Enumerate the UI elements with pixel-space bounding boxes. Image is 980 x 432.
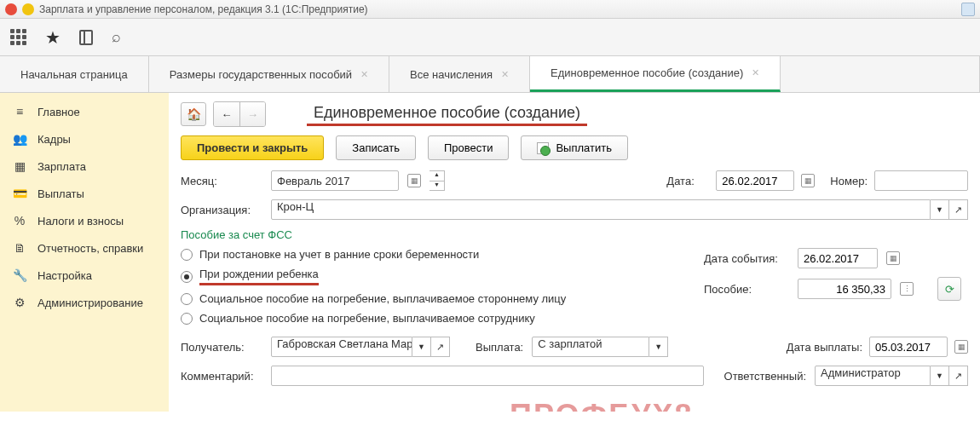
back-button[interactable]: ← — [214, 102, 239, 126]
sidebar-item-nastroyka[interactable]: 🔧Настройка — [0, 262, 169, 289]
gear-icon: ⚙ — [12, 296, 27, 309]
org-label: Организация: — [181, 204, 262, 216]
tab-all-accruals[interactable]: Все начисления✕ — [389, 56, 530, 92]
sidebar-item-nalogi[interactable]: %Налоги и взносы — [0, 207, 169, 234]
payout-date-label: Дата выплаты: — [787, 341, 862, 354]
calendar-icon[interactable]: ▦ — [886, 251, 900, 265]
post-and-close-button[interactable]: Провести и закрыть — [181, 135, 324, 160]
menu-icon: ≡ — [12, 105, 27, 118]
people-icon: 👥 — [12, 132, 27, 146]
sidebar-item-kadry[interactable]: 👥Кадры — [0, 125, 169, 153]
sidebar-item-admin[interactable]: ⚙Администрирование — [0, 289, 169, 316]
nav-history: ← → — [213, 101, 266, 127]
wrench-icon: 🔧 — [12, 268, 27, 282]
payout-date-input[interactable] — [869, 337, 948, 357]
comment-label: Комментарий: — [181, 370, 262, 383]
org-input[interactable]: Крон-Ц — [271, 199, 931, 220]
panel-toggle-icon[interactable] — [79, 30, 93, 45]
save-icon[interactable] — [961, 3, 975, 16]
radio-funeral-external[interactable]: Социальное пособие на погребение, выплач… — [181, 292, 704, 305]
amount-input[interactable] — [798, 279, 891, 299]
open-icon[interactable]: ↗ — [949, 366, 968, 386]
date-input[interactable] — [716, 170, 794, 191]
refresh-button[interactable]: ⟳ — [937, 277, 961, 301]
sidebar-item-main[interactable]: ≡Главное — [0, 98, 169, 125]
tab-spacer — [781, 56, 980, 92]
number-input[interactable] — [874, 170, 968, 191]
close-icon[interactable]: ✕ — [752, 67, 759, 78]
responsible-label: Ответственный: — [724, 370, 806, 383]
payout-input[interactable]: С зарплатой — [532, 337, 649, 357]
table-icon: ▦ — [12, 159, 27, 173]
watermark-text: ПРОФБУХ8 — [510, 398, 694, 412]
radio-early-pregnancy[interactable]: При постановке на учет в ранние сроки бе… — [181, 248, 704, 261]
fss-section-title: Пособие за счет ФСС — [181, 228, 968, 241]
month-input[interactable]: Февраль 2017 — [271, 170, 399, 191]
close-icon[interactable]: ✕ — [360, 69, 368, 80]
event-date-input[interactable] — [798, 248, 878, 268]
document-tabs: Начальная страница Размеры государственн… — [0, 56, 980, 93]
search-icon[interactable]: ⌕ — [112, 28, 121, 46]
recipient-label: Получатель: — [181, 341, 262, 354]
payout-label: Выплата: — [476, 341, 523, 354]
radio-childbirth[interactable]: При рождении ребенка — [181, 268, 704, 285]
event-date-label: Дата события: — [704, 252, 789, 265]
radio-icon[interactable] — [181, 249, 193, 261]
tab-onetime-allowance[interactable]: Единовременное пособие (создание)✕ — [530, 56, 781, 92]
calculator-icon[interactable]: ⋮ — [900, 282, 914, 296]
open-icon[interactable]: ↗ — [949, 199, 968, 220]
main-toolbar: ★ ⌕ — [0, 19, 980, 56]
save-button[interactable]: Записать — [336, 135, 416, 160]
calendar-icon[interactable]: ▦ — [801, 174, 815, 187]
wallet-icon: 💳 — [12, 187, 27, 200]
dropdown-icon[interactable]: ▼ — [931, 199, 949, 220]
radio-icon[interactable] — [181, 313, 193, 325]
percent-icon: % — [12, 214, 27, 228]
date-label: Дата: — [666, 175, 709, 187]
month-stepper[interactable]: ▲▼ — [429, 170, 445, 191]
pay-icon — [537, 142, 549, 154]
section-sidebar: ≡Главное 👥Кадры ▦Зарплата 💳Выплаты %Нало… — [0, 93, 169, 412]
window-titlebar: Зарплата и управление персоналом, редакц… — [0, 0, 980, 19]
number-label: Номер: — [830, 175, 868, 187]
amount-label: Пособие: — [704, 283, 789, 296]
month-label: Месяц: — [181, 175, 262, 187]
calendar-icon[interactable]: ▦ — [954, 340, 968, 354]
post-button[interactable]: Провести — [428, 135, 510, 160]
responsible-input[interactable]: Администратор — [815, 366, 931, 386]
comment-input[interactable] — [271, 366, 704, 386]
pay-button[interactable]: Выплатить — [521, 135, 628, 160]
forward-button[interactable]: → — [239, 102, 265, 126]
radio-icon[interactable] — [181, 293, 193, 305]
app-icon — [5, 3, 17, 15]
sidebar-item-zarplata[interactable]: ▦Зарплата — [0, 153, 169, 180]
sidebar-item-otchetnost[interactable]: 🗎Отчетность, справки — [0, 234, 169, 262]
radio-icon[interactable] — [181, 271, 193, 283]
dropdown-icon[interactable]: ▼ — [412, 337, 431, 357]
home-button[interactable]: 🏠 — [181, 102, 206, 126]
sidebar-item-vyplaty[interactable]: 💳Выплаты — [0, 180, 169, 207]
open-icon[interactable]: ↗ — [431, 337, 450, 357]
tab-allowance-sizes[interactable]: Размеры государственных пособий✕ — [149, 56, 389, 92]
tab-home[interactable]: Начальная страница — [0, 56, 149, 92]
dropdown-icon[interactable] — [22, 3, 34, 15]
page-title: Единовременное пособие (создание) — [307, 102, 587, 126]
dropdown-icon[interactable]: ▼ — [931, 366, 949, 386]
close-icon[interactable]: ✕ — [501, 69, 509, 80]
recipient-input[interactable]: Габровская Светлана Марк — [271, 337, 412, 357]
apps-grid-icon[interactable] — [10, 29, 26, 45]
main-panel: 🏠 ← → Единовременное пособие (создание) … — [169, 93, 980, 412]
month-picker-icon[interactable]: ▦ — [407, 174, 421, 187]
watermark-text: .ру — [825, 398, 865, 412]
favorites-icon[interactable]: ★ — [45, 27, 61, 48]
window-title: Зарплата и управление персоналом, редакц… — [39, 3, 368, 15]
dropdown-icon[interactable]: ▼ — [649, 337, 668, 357]
radio-funeral-employee[interactable]: Социальное пособие на погребение, выплач… — [181, 312, 704, 325]
report-icon: 🗎 — [12, 241, 27, 255]
